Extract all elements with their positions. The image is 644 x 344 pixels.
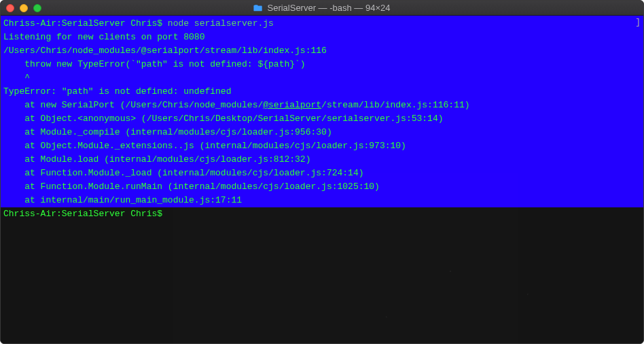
prompt-text: Chriss-Air:SerialServer Chris$	[3, 18, 168, 29]
window-title: SerialServer — -bash — 94×24	[1, 3, 643, 13]
output-line: Listening for new clients on port 8080	[1, 31, 643, 44]
stack-line: at new SerialPort (/Users/Chris/node_mod…	[1, 99, 643, 112]
error-heading: TypeError: "path" is not defined: undefi…	[1, 85, 643, 99]
prompt-line-1: Chriss-Air:SerialServer Chris$ node seri…	[1, 17, 643, 31]
output-line: /Users/Chris/node_modules/@serialport/st…	[1, 44, 643, 58]
stack-line: at internal/main/run_main_module.js:17:1…	[1, 194, 245, 207]
output-line: ^	[1, 71, 643, 85]
traffic-lights	[6, 4, 41, 12]
stack-line: at Module.load (internal/modules/cjs/loa…	[1, 153, 643, 167]
prompt-line-2[interactable]: Chriss-Air:SerialServer Chris$	[1, 207, 643, 221]
terminal-body[interactable]: ] Chriss-Air:SerialServer Chris$ node se…	[1, 16, 643, 343]
window-title-text: SerialServer — -bash — 94×24	[267, 3, 390, 13]
titlebar[interactable]: SerialServer — -bash — 94×24	[1, 1, 643, 16]
stack-line: at Object.Module._extensions..js (intern…	[1, 139, 643, 153]
close-icon[interactable]	[6, 4, 14, 12]
stack-line: at Module._compile (internal/modules/cjs…	[1, 126, 643, 139]
output-block: Chriss-Air:SerialServer Chris$ node seri…	[1, 16, 643, 207]
terminal-window: SerialServer — -bash — 94×24 ] Chriss-Ai…	[0, 0, 644, 344]
serialport-link[interactable]: @serialport	[263, 100, 321, 110]
stack-line: at Function.Module.runMain (internal/mod…	[1, 180, 643, 194]
stack-line: at Object.<anonymous> (/Users/Chris/Desk…	[1, 112, 643, 126]
stack-line: at Function.Module._load (internal/modul…	[1, 167, 643, 180]
prompt-text: Chriss-Air:SerialServer Chris$	[3, 209, 168, 219]
cursor-icon	[168, 207, 170, 221]
output-line: throw new TypeError(`"path" is not defin…	[1, 58, 643, 71]
right-bracket: ]	[635, 17, 641, 27]
command-text: node serialserver.js	[168, 18, 274, 29]
minimize-icon[interactable]	[20, 4, 28, 12]
folder-icon	[253, 3, 263, 13]
zoom-icon[interactable]	[33, 4, 41, 12]
